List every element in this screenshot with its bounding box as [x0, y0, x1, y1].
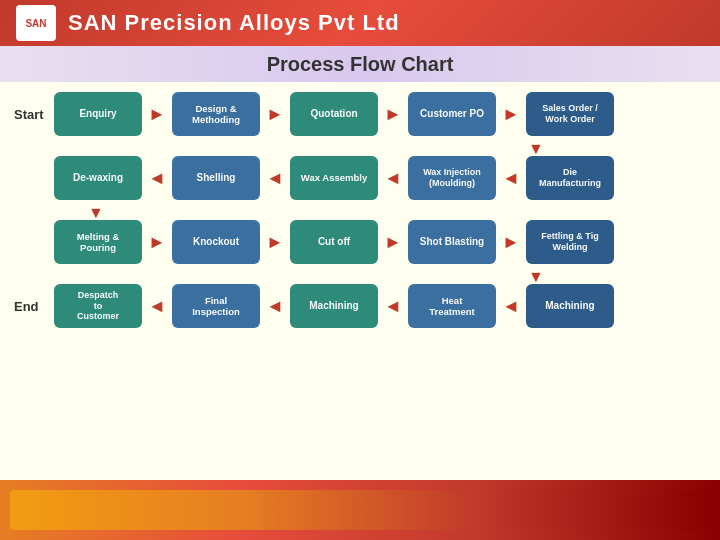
node-despatch: DespatchtoCustomer	[54, 284, 142, 328]
process-row-3: Melting &Pouring ► Knockout ► Cut off ► …	[14, 220, 706, 264]
app-container: SAN SAN Precision Alloys Pvt Ltd Process…	[0, 0, 720, 540]
arrow-r3-3: ►	[382, 232, 404, 253]
process-row-4: End DespatchtoCustomer ◄ FinalInspection…	[14, 284, 706, 328]
node-knockout: Knockout	[172, 220, 260, 264]
node-die-manufacturing: DieManufacturing	[526, 156, 614, 200]
arrow-r4-3: ◄	[382, 296, 404, 317]
node-machining1: Machining	[290, 284, 378, 328]
arrow-r1-2: ►	[264, 104, 286, 125]
node-melting: Melting &Pouring	[54, 220, 142, 264]
arrow-r2-2: ◄	[264, 168, 286, 189]
main-content: Start Enquiry ► Design &Methoding ► Quot…	[0, 82, 720, 480]
down-arrow-3: ▼	[490, 270, 582, 284]
company-name: SAN Precision Alloys Pvt Ltd	[68, 10, 400, 36]
process-row-1: Start Enquiry ► Design &Methoding ► Quot…	[14, 92, 706, 136]
down-arrow-2: ▼	[50, 206, 142, 220]
arrow-r2-3: ◄	[382, 168, 404, 189]
down-arrow-row3: ▼	[14, 270, 706, 284]
header: SAN SAN Precision Alloys Pvt Ltd	[0, 0, 720, 46]
down-arrow-1: ▼	[490, 142, 582, 156]
node-sales-order: Sales Order /Work Order	[526, 92, 614, 136]
node-wax-injection: Wax Injection(Moulding)	[408, 156, 496, 200]
arrow-r3-2: ►	[264, 232, 286, 253]
arrow-r4-2: ◄	[264, 296, 286, 317]
footer-bar	[10, 490, 710, 530]
arrow-r2-4: ◄	[500, 168, 522, 189]
node-fettling: Fettling & TigWelding	[526, 220, 614, 264]
node-enquiry: Enquiry	[54, 92, 142, 136]
down-arrow-row2: ▼	[14, 206, 706, 220]
arrow-r1-4: ►	[500, 104, 522, 125]
node-dewaxing: De-waxing	[54, 156, 142, 200]
arrow-r4-4: ◄	[500, 296, 522, 317]
arrow-r2-1: ◄	[146, 168, 168, 189]
node-cutoff: Cut off	[290, 220, 378, 264]
node-quotation: Quotation	[290, 92, 378, 136]
logo: SAN	[16, 5, 56, 41]
node-final-inspection: FinalInspection	[172, 284, 260, 328]
arrow-r3-1: ►	[146, 232, 168, 253]
footer	[0, 480, 720, 540]
down-arrow-row1: ▼	[14, 142, 706, 156]
node-shot-blasting: Shot Blasting	[408, 220, 496, 264]
arrow-r4-1: ◄	[146, 296, 168, 317]
node-machining2: Machining	[526, 284, 614, 328]
row4-label: End	[14, 299, 50, 314]
sub-header: Process Flow Chart	[0, 46, 720, 82]
logo-text: SAN	[25, 18, 46, 29]
page-title: Process Flow Chart	[267, 53, 454, 76]
node-heat-treatment: HeatTreatment	[408, 284, 496, 328]
row1-label: Start	[14, 107, 50, 122]
node-wax-assembly: Wax Assembly	[290, 156, 378, 200]
node-customer-po: Customer PO	[408, 92, 496, 136]
process-row-2: De-waxing ◄ Shelling ◄ Wax Assembly ◄ Wa…	[14, 156, 706, 200]
node-shelling: Shelling	[172, 156, 260, 200]
arrow-r3-4: ►	[500, 232, 522, 253]
node-design: Design &Methoding	[172, 92, 260, 136]
arrow-r1-3: ►	[382, 104, 404, 125]
arrow-r1-1: ►	[146, 104, 168, 125]
